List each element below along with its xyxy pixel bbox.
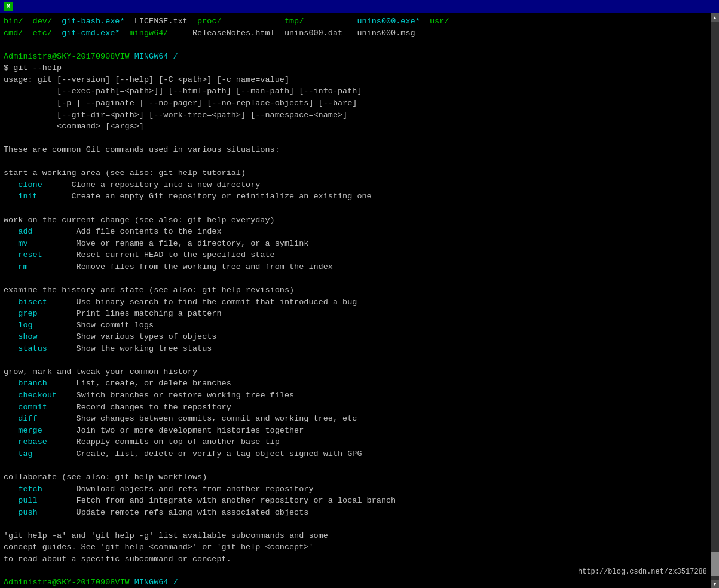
terminal-line: [--exec-path[=<path>]] [--html-path] [--… xyxy=(4,85,715,97)
terminal-line: rebase Reapply commits on top of another… xyxy=(4,436,715,448)
terminal-line: rm Remove files from the working tree an… xyxy=(4,261,715,273)
terminal-line: grow, mark and tweak your common history xyxy=(4,366,715,378)
terminal-line: collaborate (see also: git help workflow… xyxy=(4,471,715,483)
terminal-line xyxy=(4,460,715,471)
terminal-line: push Update remote refs along with assoc… xyxy=(4,507,715,519)
terminal-line: log Show commit logs xyxy=(4,320,715,332)
terminal-line: start a working area (see also: git help… xyxy=(4,167,715,179)
scrollbar-thumb[interactable] xyxy=(711,552,719,576)
terminal-line: init Create an empty Git repository or r… xyxy=(4,191,715,203)
title-icon: M xyxy=(4,2,13,11)
terminal-line xyxy=(4,156,715,168)
terminal-line: bin/ dev/ git-bash.exe* LICENSE.txt proc… xyxy=(4,16,715,27)
terminal-line: $ git --help xyxy=(4,62,715,74)
terminal-line: [--git-dir=<path>] [--work-tree=<path>] … xyxy=(4,109,715,121)
terminal-line: commit Record changes to the repository xyxy=(4,402,715,414)
terminal-line: fetch Download objects and refs from ano… xyxy=(4,483,715,495)
terminal-line: mv Move or rename a file, a directory, o… xyxy=(4,238,715,250)
terminal-line xyxy=(4,354,715,366)
terminal-line: to read about a specific subcommand or c… xyxy=(4,553,715,565)
terminal-line: bisect Use binary search to find the com… xyxy=(4,296,715,308)
scrollbar-up-arrow[interactable]: ▲ xyxy=(711,13,719,22)
url-text: http://blog.csdn.net/zx3517288 xyxy=(578,568,707,576)
terminal-line xyxy=(4,39,715,51)
title-bar: M xyxy=(0,0,719,13)
terminal-line xyxy=(4,272,715,284)
terminal-line: <command> [<args>] xyxy=(4,121,715,133)
scrollbar[interactable]: ▲ ▼ xyxy=(711,13,719,588)
terminal-line xyxy=(4,518,715,530)
terminal-line: show Show various types of objects xyxy=(4,331,715,343)
terminal-line: tag Create, list, delete or verify a tag… xyxy=(4,448,715,460)
terminal-line: branch List, create, or delete branches xyxy=(4,378,715,390)
terminal-line: 'git help -a' and 'git help -g' list ava… xyxy=(4,530,715,542)
terminal-line: pull Fetch from and integrate with anoth… xyxy=(4,495,715,507)
terminal-line: usage: git [--version] [--help] [-C <pat… xyxy=(4,74,715,86)
scrollbar-down-arrow[interactable]: ▼ xyxy=(711,580,719,588)
terminal-line xyxy=(4,133,715,145)
terminal-line: cmd/ etc/ git-cmd.exe* mingw64/ ReleaseN… xyxy=(4,27,715,39)
terminal-line: checkout Switch branches or restore work… xyxy=(4,390,715,402)
terminal-line: work on the current change (see also: gi… xyxy=(4,215,715,226)
terminal-line: status Show the working tree status xyxy=(4,343,715,355)
terminal-line xyxy=(4,203,715,215)
terminal-line: examine the history and state (see also:… xyxy=(4,284,715,296)
terminal: bin/ dev/ git-bash.exe* LICENSE.txt proc… xyxy=(0,13,719,588)
terminal-line: merge Join two or more development histo… xyxy=(4,425,715,437)
terminal-line: These are common Git commands used in va… xyxy=(4,144,715,156)
terminal-line: [-p | --paginate | --no-pager] [--no-rep… xyxy=(4,97,715,109)
terminal-line: diff Show changes between commits, commi… xyxy=(4,413,715,425)
terminal-line: grep Print lines matching a pattern xyxy=(4,308,715,320)
terminal-line: reset Reset current HEAD to the specifie… xyxy=(4,249,715,261)
terminal-line: Administra@SKY-20170908VIW MINGW64 / xyxy=(4,577,715,588)
terminal-line: concept guides. See 'git help <command>'… xyxy=(4,541,715,553)
terminal-line: add Add file contents to the index xyxy=(4,226,715,238)
terminal-line: clone Clone a repository into a new dire… xyxy=(4,179,715,191)
terminal-line: Administra@SKY-20170908VIW MINGW64 / xyxy=(4,51,715,63)
